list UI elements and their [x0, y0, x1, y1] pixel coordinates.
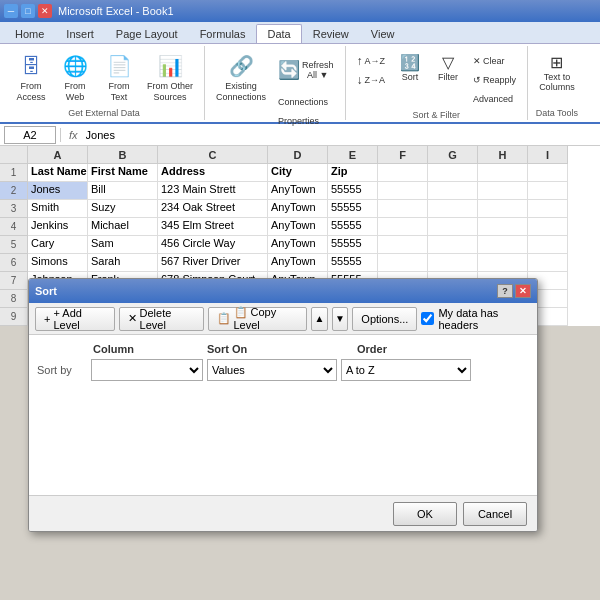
cell-c6[interactable]: 567 River Driver — [158, 254, 268, 272]
col-header-c[interactable]: C — [158, 146, 268, 164]
cell-g4[interactable] — [428, 218, 478, 236]
advanced-button[interactable]: Advanced — [468, 90, 521, 108]
from-web-button[interactable]: 🌐 FromWeb — [54, 48, 96, 106]
minimize-button[interactable]: ─ — [4, 4, 18, 18]
cell-a5[interactable]: Cary — [28, 236, 88, 254]
cell-a2[interactable]: Jones — [28, 182, 88, 200]
cell-i6[interactable] — [528, 254, 568, 272]
sort-az-button[interactable]: ↑ A→Z — [352, 52, 391, 70]
cell-a1[interactable]: Last Name — [28, 164, 88, 182]
sort-za-button[interactable]: ↓ Z→A — [352, 71, 391, 89]
from-other-sources-button[interactable]: 📊 From OtherSources — [142, 48, 198, 106]
maximize-button[interactable]: □ — [21, 4, 35, 18]
sort-button[interactable]: 🔢 Sort — [392, 48, 428, 106]
cell-g6[interactable] — [428, 254, 478, 272]
cell-h1[interactable] — [478, 164, 528, 182]
cell-f2[interactable] — [378, 182, 428, 200]
from-text-button[interactable]: 📄 FromText — [98, 48, 140, 106]
cell-h6[interactable] — [478, 254, 528, 272]
cell-e1[interactable]: Zip — [328, 164, 378, 182]
col-header-a[interactable]: A — [28, 146, 88, 164]
formula-input[interactable] — [86, 126, 596, 144]
cell-d4[interactable]: AnyTown — [268, 218, 328, 236]
cell-b2[interactable]: Bill — [88, 182, 158, 200]
filter-button[interactable]: ▽ Filter — [430, 48, 466, 106]
col-header-i[interactable]: I — [528, 146, 568, 164]
cell-e4[interactable]: 55555 — [328, 218, 378, 236]
cell-b6[interactable]: Sarah — [88, 254, 158, 272]
cell-c5[interactable]: 456 Circle Way — [158, 236, 268, 254]
cell-e5[interactable]: 55555 — [328, 236, 378, 254]
sort-on-select[interactable]: Values Cell Color Font Color Cell Icon — [207, 359, 337, 381]
cell-i2[interactable] — [528, 182, 568, 200]
dialog-help-button[interactable]: ? — [497, 284, 513, 298]
tab-review[interactable]: Review — [302, 24, 360, 43]
options-button[interactable]: Options... — [352, 307, 417, 331]
sort-order-select[interactable]: A to Z Z to A Custom List... — [341, 359, 471, 381]
cell-f5[interactable] — [378, 236, 428, 254]
move-up-button[interactable]: ▲ — [311, 307, 328, 331]
cell-c3[interactable]: 234 Oak Street — [158, 200, 268, 218]
tab-pagelayout[interactable]: Page Layout — [105, 24, 189, 43]
cell-i4[interactable] — [528, 218, 568, 236]
ok-button[interactable]: OK — [393, 502, 457, 526]
cell-a3[interactable]: Smith — [28, 200, 88, 218]
cell-g1[interactable] — [428, 164, 478, 182]
tab-view[interactable]: View — [360, 24, 406, 43]
cell-d2[interactable]: AnyTown — [268, 182, 328, 200]
cell-i1[interactable] — [528, 164, 568, 182]
reapply-button[interactable]: ↺ Reapply — [468, 71, 521, 89]
cell-f3[interactable] — [378, 200, 428, 218]
move-down-button[interactable]: ▼ — [332, 307, 349, 331]
cell-e3[interactable]: 55555 — [328, 200, 378, 218]
sort-by-column-select[interactable]: Last Name First Name Address City Zip — [91, 359, 203, 381]
text-to-columns-button[interactable]: ⊞ Text toColumns — [534, 48, 580, 106]
cell-g2[interactable] — [428, 182, 478, 200]
tab-data[interactable]: Data — [256, 24, 301, 43]
cell-i3[interactable] — [528, 200, 568, 218]
cell-d6[interactable]: AnyTown — [268, 254, 328, 272]
cell-e6[interactable]: 55555 — [328, 254, 378, 272]
cell-i5[interactable] — [528, 236, 568, 254]
cancel-button[interactable]: Cancel — [463, 502, 527, 526]
cell-c4[interactable]: 345 Elm Street — [158, 218, 268, 236]
from-access-button[interactable]: 🗄 FromAccess — [10, 48, 52, 106]
clear-button[interactable]: ✕ Clear — [468, 52, 521, 70]
col-header-g[interactable]: G — [428, 146, 478, 164]
cell-c1[interactable]: Address — [158, 164, 268, 182]
cell-b3[interactable]: Suzy — [88, 200, 158, 218]
col-header-b[interactable]: B — [88, 146, 158, 164]
cell-h2[interactable] — [478, 182, 528, 200]
cell-g5[interactable] — [428, 236, 478, 254]
cell-e2[interactable]: 55555 — [328, 182, 378, 200]
col-header-h[interactable]: H — [478, 146, 528, 164]
col-header-d[interactable]: D — [268, 146, 328, 164]
existing-connections-button[interactable]: 🔗 ExistingConnections — [211, 48, 271, 106]
cell-h5[interactable] — [478, 236, 528, 254]
cell-f1[interactable] — [378, 164, 428, 182]
copy-level-button[interactable]: 📋 📋 Copy Level — [208, 307, 308, 331]
cell-a6[interactable]: Simons — [28, 254, 88, 272]
close-button[interactable]: ✕ — [38, 4, 52, 18]
cell-g3[interactable] — [428, 200, 478, 218]
tab-insert[interactable]: Insert — [55, 24, 105, 43]
cell-h4[interactable] — [478, 218, 528, 236]
cell-b4[interactable]: Michael — [88, 218, 158, 236]
cell-d5[interactable]: AnyTown — [268, 236, 328, 254]
cell-b5[interactable]: Sam — [88, 236, 158, 254]
cell-h3[interactable] — [478, 200, 528, 218]
cell-b1[interactable]: First Name — [88, 164, 158, 182]
tab-formulas[interactable]: Formulas — [189, 24, 257, 43]
my-data-headers-checkbox[interactable] — [421, 312, 434, 325]
delete-level-button[interactable]: ✕ Delete Level — [119, 307, 204, 331]
connections-link[interactable]: Connections — [273, 93, 339, 111]
cell-d3[interactable]: AnyTown — [268, 200, 328, 218]
cell-f4[interactable] — [378, 218, 428, 236]
add-level-button[interactable]: + + Add Level — [35, 307, 115, 331]
cell-reference[interactable] — [4, 126, 56, 144]
cell-c2[interactable]: 123 Main Strett — [158, 182, 268, 200]
col-header-f[interactable]: F — [378, 146, 428, 164]
col-header-e[interactable]: E — [328, 146, 378, 164]
cell-f6[interactable] — [378, 254, 428, 272]
cell-a4[interactable]: Jenkins — [28, 218, 88, 236]
